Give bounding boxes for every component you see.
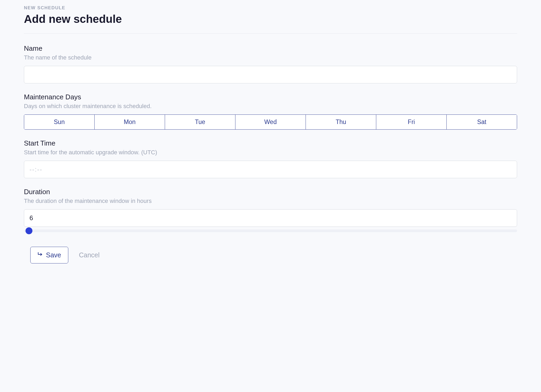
save-button-label: Save (46, 251, 61, 259)
slider-thumb[interactable] (26, 227, 32, 234)
button-row: Save Cancel (24, 247, 517, 263)
day-option-fri[interactable]: Fri (376, 115, 447, 129)
save-button[interactable]: Save (30, 247, 68, 263)
cancel-button[interactable]: Cancel (79, 251, 100, 259)
start-time-description: Start time for the automatic upgrade win… (24, 149, 517, 156)
maintenance-days-field-group: Maintenance Days Days on which cluster m… (24, 93, 517, 130)
page-title: Add new schedule (24, 13, 517, 25)
start-time-field-group: Start Time Start time for the automatic … (24, 139, 517, 178)
day-option-thu[interactable]: Thu (306, 115, 376, 129)
duration-label: Duration (24, 188, 517, 196)
start-time-input[interactable] (24, 161, 517, 178)
duration-description: The duration of the maintenance window i… (24, 198, 517, 204)
save-arrow-icon (37, 251, 43, 259)
duration-slider[interactable] (24, 229, 517, 232)
maintenance-days-label: Maintenance Days (24, 93, 517, 101)
slider-track (24, 229, 517, 232)
day-option-sat[interactable]: Sat (447, 115, 517, 129)
name-description: The name of the schedule (24, 54, 517, 61)
day-option-sun[interactable]: Sun (24, 115, 95, 129)
day-option-tue[interactable]: Tue (165, 115, 235, 129)
name-label: Name (24, 44, 517, 53)
day-option-mon[interactable]: Mon (95, 115, 165, 129)
day-option-wed[interactable]: Wed (235, 115, 306, 129)
divider (24, 33, 517, 34)
name-input[interactable] (24, 66, 517, 83)
breadcrumb: NEW SCHEDULE (24, 5, 517, 11)
duration-field-group: Duration The duration of the maintenance… (24, 188, 517, 232)
start-time-label: Start Time (24, 139, 517, 147)
name-field-group: Name The name of the schedule (24, 44, 517, 83)
duration-input[interactable] (24, 209, 517, 227)
maintenance-days-description: Days on which cluster maintenance is sch… (24, 103, 517, 110)
day-selector: Sun Mon Tue Wed Thu Fri Sat (24, 114, 517, 130)
